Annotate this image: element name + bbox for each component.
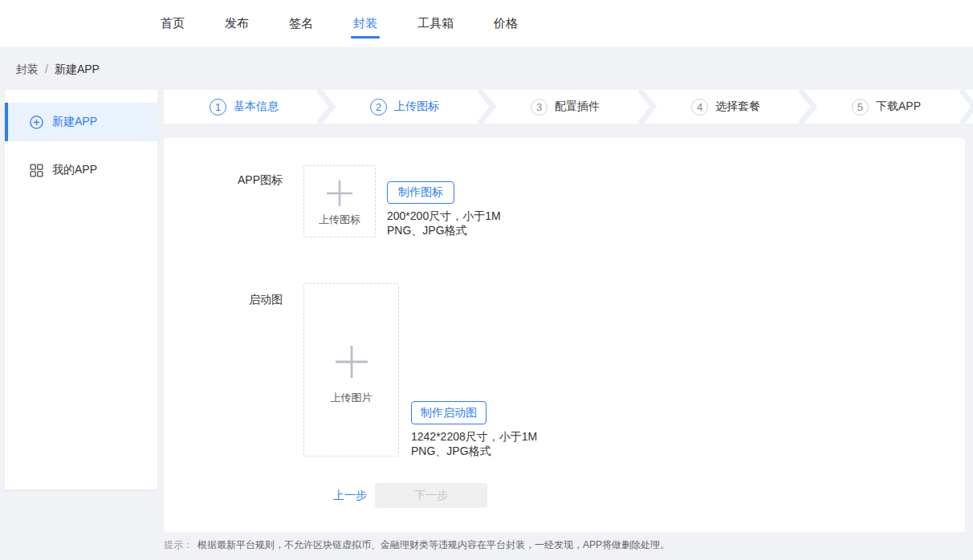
step-number: 5 — [852, 99, 869, 116]
top-nav: 首页 发布 签名 封装 工具箱 价格 — [0, 0, 973, 48]
step-label: 选择套餐 — [715, 99, 760, 114]
plus-icon — [325, 179, 354, 208]
step-label: 下载APP — [876, 99, 921, 114]
sidebar-item-my-app[interactable]: 我的APP — [5, 151, 157, 189]
nav-item-toolbox[interactable]: 工具箱 — [417, 0, 454, 47]
icon-format-hint: PNG、JPG格式 — [387, 224, 467, 238]
step-label: 上传图标 — [394, 99, 439, 114]
step-select-plan: 4 选择套餐 — [645, 90, 806, 124]
breadcrumb-root[interactable]: 封装 — [16, 63, 39, 75]
step-label: 配置插件 — [555, 99, 600, 114]
chevron-right-icon — [798, 90, 817, 124]
sidebar-item-new-app[interactable]: 新建APP — [5, 103, 157, 141]
breadcrumb-separator: / — [45, 63, 48, 75]
nav-item-sign[interactable]: 签名 — [289, 0, 313, 47]
breadcrumb-current: 新建APP — [55, 63, 100, 75]
chevron-right-icon — [477, 90, 496, 124]
make-icon-button[interactable]: 制作图标 — [387, 181, 454, 204]
step-number: 4 — [691, 99, 708, 116]
sidebar: 新建APP 我的APP — [5, 90, 157, 489]
breadcrumb: 封装/新建APP — [16, 63, 100, 77]
upload-icon-text: 上传图标 — [319, 213, 360, 227]
step-label: 基本信息 — [234, 99, 279, 114]
splash-upload-box[interactable]: 上传图片 — [303, 283, 399, 457]
splash-size-hint: 1242*2208尺寸，小于1M — [411, 430, 537, 444]
app-icon-label: APP图标 — [164, 173, 283, 188]
plus-icon — [334, 344, 369, 379]
chevron-right-icon — [959, 90, 973, 124]
app-icon-upload-box[interactable]: 上传图标 — [303, 165, 376, 237]
icon-size-hint: 200*200尺寸，小于1M — [387, 209, 501, 224]
sidebar-item-label: 我的APP — [52, 163, 97, 177]
step-upload-icon: 2 上传图标 — [324, 90, 485, 124]
make-splash-button[interactable]: 制作启动图 — [411, 401, 486, 424]
grid-icon — [30, 164, 43, 177]
step-number: 3 — [531, 99, 548, 116]
nav-item-publish[interactable]: 发布 — [225, 0, 249, 47]
upload-step-panel: APP图标 上传图标 制作图标 200*200尺寸，小于1M PNG、JPG格式… — [164, 138, 965, 532]
next-step-button[interactable]: 下一步 — [375, 483, 487, 508]
step-basic-info: 1 基本信息 — [164, 90, 324, 124]
step-configure-plugins: 3 配置插件 — [485, 90, 645, 124]
nav-item-package[interactable]: 封装 — [353, 0, 377, 47]
nav-item-price[interactable]: 价格 — [494, 0, 518, 47]
nav-item-home[interactable]: 首页 — [161, 0, 185, 47]
tip-text: 根据最新平台规则，不允许区块链虚拟币、金融理财类等违规内容在平台封装，一经发现，… — [197, 539, 670, 550]
steps-bar: 1 基本信息 2 上传图标 3 配置插件 4 选择套餐 5 下载APP — [164, 90, 973, 124]
chevron-right-icon — [637, 90, 657, 124]
previous-step-link[interactable]: 上一步 — [333, 489, 367, 503]
splash-image-label: 启动图 — [164, 293, 283, 307]
splash-format-hint: PNG、JPG格式 — [411, 444, 491, 459]
footer-tip: 提示：根据最新平台规则，不允许区块链虚拟币、金融理财类等违规内容在平台封装，一经… — [164, 538, 670, 552]
plus-circle-icon — [30, 116, 43, 129]
step-number: 1 — [210, 99, 226, 116]
sidebar-item-label: 新建APP — [52, 115, 97, 129]
chevron-right-icon — [316, 90, 336, 124]
upload-image-text: 上传图片 — [331, 391, 373, 405]
step-number: 2 — [370, 99, 387, 116]
step-download-app: 5 下载APP — [806, 90, 967, 124]
tip-label: 提示： — [164, 539, 193, 550]
